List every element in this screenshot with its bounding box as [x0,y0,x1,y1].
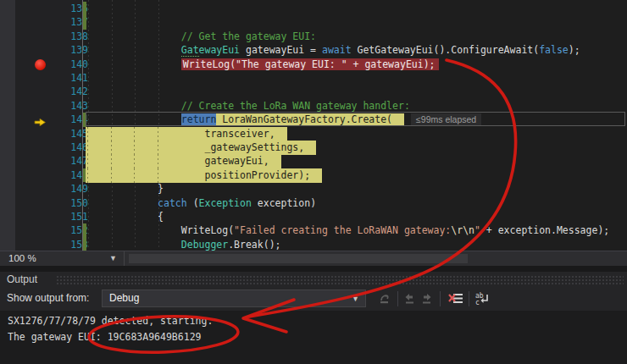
code-line[interactable] [87,15,627,30]
statement-highlight: gatewayEui, [86,154,281,168]
code-line[interactable] [87,85,627,99]
statement-highlight: positionProvider); [86,168,322,183]
editor-gutter[interactable]: 1361371381391401411421431441451461471481… [15,0,82,251]
code-token: Exception [199,197,252,209]
code-token: transceiver, [87,128,275,140]
line-number: 149 [36,182,88,196]
line-number: 142 [36,85,88,98]
code-token: WriteLog( [87,224,234,236]
line-number: 146 [36,141,88,154]
code-line[interactable]: // Create the LoRa WAN gateway handler: [87,99,627,113]
next-message-icon[interactable] [419,291,436,306]
output-title: Output [7,273,37,285]
code-token: // Get the gateway EUI: [181,30,316,42]
breakpoint-indicator[interactable] [35,59,46,70]
output-source-value: Debug [103,292,139,304]
horizontal-scrollbar[interactable] [129,254,468,263]
code-token: { [87,211,164,223]
line-number: 147 [36,154,88,168]
code-token: exception) [252,197,316,209]
line-number: 139 [36,43,88,57]
code-token: positionProvider); [87,169,310,181]
vs-debug-screenshot: 1361371381391401411421431441451461471481… [0,0,627,364]
code-area[interactable]: // Get the gateway EUI: GatewayEui gatew… [87,0,627,251]
output-toolbar: Show output from: Debug ▼ abc [0,287,627,311]
chevron-down-icon: ▼ [352,291,359,306]
statement-highlight: transceiver, [86,127,287,141]
code-token: "Failed creating the LoRaWAN gateway: [234,224,451,236]
code-line[interactable]: transceiver, [87,127,627,141]
code-token: await [322,44,352,56]
line-number: 145 [36,127,88,141]
code-editor[interactable]: 1361371381391401411421431441451461471481… [0,0,627,266]
code-token [87,58,181,70]
toolbar-separator [469,291,469,306]
perftip-elapsed-time: ≤99ms elapsed [411,113,481,126]
code-line[interactable]: GatewayEui gatewayEui = await GetGateway… [87,43,627,58]
line-number: 137 [36,15,88,29]
code-token: ( [187,197,199,209]
code-token: gatewayEui = [240,44,322,56]
output-source-dropdown[interactable]: Debug ▼ [102,290,366,307]
line-number: 148 [36,168,88,182]
previous-message-icon[interactable] [402,291,419,306]
code-line[interactable]: { [87,210,627,224]
code-line[interactable]: WriteLog("The gateway EUI: " + gatewayEu… [87,58,627,72]
code-token: return [181,113,217,125]
line-number: 138 [36,30,88,43]
code-token: LoraWanGatewayFactory.Create( [216,113,404,125]
code-line[interactable]: return LoraWanGatewayFactory.Create(≤99m… [87,113,627,127]
current-statement-arrow-icon [34,115,47,124]
line-number: 153 [36,238,88,251]
code-token [87,44,181,56]
code-token: catch [158,197,187,209]
code-token: gatewayEui, [87,155,269,167]
find-message-in-code-icon[interactable] [378,291,395,306]
code-token: " [474,224,480,236]
zoom-level-value: 100 % [0,253,36,263]
code-line[interactable]: _gatewaySettings, [87,141,627,155]
code-token: .Break(); [228,239,280,251]
code-token: } [87,183,164,195]
code-token [87,30,181,42]
line-number: 150 [36,196,88,210]
gutter-divider [82,0,83,251]
code-token: false [539,44,569,56]
chevron-down-icon: ▼ [109,251,117,266]
line-number: 141 [36,71,88,85]
panel-splitter[interactable] [0,266,627,272]
code-token [87,100,181,112]
titlebar-grip-texture [56,275,624,284]
code-line[interactable]: catch (Exception exception) [87,196,627,211]
code-token: Gat [181,44,199,57]
code-token: Debugger [181,239,228,251]
code-line[interactable]: WriteLog("Failed creating the LoRaWAN ga… [87,223,627,238]
line-number: 136 [36,2,88,15]
show-output-from-label: Show output from: [7,292,89,304]
toolbar-separator [440,291,441,306]
editor-left-strip [0,0,15,251]
code-line[interactable]: } [87,182,627,196]
word-wrap-icon[interactable]: abc [474,291,491,306]
code-token: ewayEui [199,44,240,56]
code-token: \r\n [451,224,474,236]
editor-bottom-bar: 100 % ▼ [0,251,627,266]
code-token [87,239,181,251]
code-line[interactable]: // Get the gateway EUI: [87,30,627,44]
code-token: _gatewaySettings, [87,141,304,153]
output-panel: Output Show output from: Debug ▼ [0,272,627,364]
line-number: 151 [36,210,88,223]
code-token: WriteLog("The gateway EUI: " + gatewayEu… [181,58,439,70]
code-line[interactable] [87,2,627,16]
code-line[interactable] [87,71,627,85]
code-line[interactable]: positionProvider); [87,168,627,183]
zoom-level-selector[interactable]: 100 % ▼ [0,251,125,267]
code-line[interactable]: gatewayEui, [87,154,627,168]
line-number: 143 [36,99,88,113]
output-title-bar[interactable]: Output [0,272,627,287]
clear-all-icon[interactable] [447,291,464,306]
code-token: GetGatewayEui().ConfigureAwait( [352,44,540,56]
code-token [87,113,181,125]
code-token: + exception.Message); [480,224,609,236]
output-text-area[interactable]: SX1276/77/78/79 detected, starting. The … [0,311,627,364]
